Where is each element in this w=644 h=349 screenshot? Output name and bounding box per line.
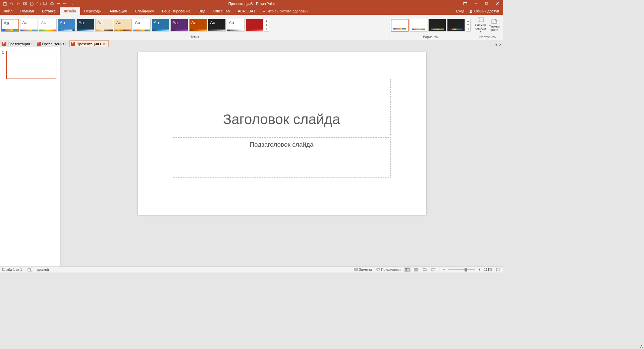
tab-слайд-шоу[interactable]: Слайд-шоу (131, 7, 158, 15)
svg-rect-32 (496, 269, 499, 271)
variant-item[interactable] (410, 19, 427, 32)
theme-item[interactable]: Aa (227, 19, 245, 32)
theme-item[interactable]: Aa (1, 19, 19, 32)
signin-link[interactable]: Вход (456, 9, 464, 13)
undo-icon[interactable] (9, 1, 15, 7)
theme-item[interactable]: Aa (39, 19, 57, 32)
zoom-out-button[interactable]: − (442, 268, 446, 271)
tab-главная[interactable]: Главная (16, 7, 38, 15)
slide-counter[interactable]: Слайд 1 из 1 (2, 268, 22, 271)
customize-group: Размер слайда ▼ Формат фона Настроить (472, 15, 503, 40)
powerpoint-icon (71, 42, 75, 46)
svg-point-13 (263, 10, 265, 12)
language-status[interactable]: русский (37, 268, 49, 271)
theme-item[interactable]: Aa (114, 19, 132, 32)
tab-рецензирование[interactable]: Рецензирование (158, 7, 195, 15)
svg-rect-25 (414, 268, 416, 269)
theme-item[interactable]: Aa (20, 19, 38, 32)
tab-анимация[interactable]: Анимация (105, 7, 131, 15)
svg-rect-29 (432, 268, 435, 271)
open-icon[interactable] (36, 1, 42, 7)
spellcheck-icon[interactable]: abc (62, 1, 68, 7)
slide-thumbnail-item[interactable]: 1 (2, 51, 58, 79)
comments-button[interactable]: Примечания (375, 268, 402, 271)
save-as-icon[interactable] (42, 1, 48, 7)
tell-me-search[interactable]: Что вы хотите сделать? (259, 7, 311, 15)
statusbar: Слайд 1 из 1 русский Заметки Примечания … (0, 266, 503, 272)
doctab-close-icon[interactable]: × (102, 42, 106, 46)
normal-view-icon[interactable] (404, 267, 411, 272)
themes-group: AaAaAaAaAaAaAaAaAaAaAaAaAaAa▲▼▾ Темы (0, 15, 389, 40)
variants-gallery-more[interactable]: ▲▼▾ (466, 19, 471, 32)
tab-вид[interactable]: Вид (195, 7, 209, 15)
spellcheck-status[interactable] (26, 268, 33, 271)
dropdown-icon: ▼ (480, 31, 482, 33)
tab-переходы[interactable]: Переходы (80, 7, 106, 15)
tab-acrobat[interactable]: ACROBAT (234, 7, 259, 15)
theme-item[interactable]: Aa (246, 19, 263, 32)
print-preview-icon[interactable] (49, 1, 55, 7)
save-icon[interactable] (2, 1, 8, 7)
theme-item[interactable]: Aa (133, 19, 151, 32)
zoom-slider[interactable] (448, 269, 475, 270)
ribbon-display-icon[interactable] (460, 1, 470, 7)
doctab[interactable]: Презентация2 (35, 40, 70, 47)
title-placeholder[interactable]: Заголовок слайда (173, 79, 391, 135)
slide-size-button[interactable]: Размер слайда ▼ (474, 16, 487, 34)
slide-number: 1 (2, 51, 5, 79)
quick-access-toolbar: abc (0, 1, 75, 7)
slide-thumbnail[interactable] (6, 51, 56, 79)
minimize-icon[interactable] (471, 1, 481, 7)
themes-gallery-more[interactable]: ▲▼▾ (264, 19, 269, 32)
svg-rect-1 (4, 2, 6, 3)
slide-sorter-view-icon[interactable] (413, 267, 419, 272)
powerpoint-icon (37, 42, 41, 46)
person-icon (469, 9, 473, 13)
close-icon[interactable] (492, 1, 502, 7)
svg-rect-24 (407, 268, 409, 271)
slide-editor[interactable]: Заголовок слайда Подзаголовок слайда (61, 47, 503, 266)
doctab[interactable]: Презентация3× (69, 40, 109, 47)
format-background-button[interactable]: Формат фона (488, 18, 501, 33)
theme-item[interactable]: Aa (189, 19, 207, 32)
zoom-slider-thumb[interactable] (465, 268, 467, 271)
window-controls (460, 1, 503, 7)
slideshow-view-icon[interactable] (430, 267, 437, 272)
reading-view-icon[interactable] (421, 267, 428, 272)
redo-icon[interactable] (15, 1, 21, 7)
theme-item[interactable]: Aa (76, 19, 94, 32)
doctab[interactable]: Презентация1 (1, 40, 35, 47)
notes-button[interactable]: Заметки (353, 268, 373, 271)
slideshow-icon[interactable] (22, 1, 28, 7)
comments-icon (376, 268, 380, 271)
theme-item[interactable]: Aa (95, 19, 113, 32)
tab-вставка[interactable]: Вставка (38, 7, 60, 15)
doctabs-dropdown-icon[interactable]: ▾ (495, 43, 497, 47)
variants-group: ▲▼▾ Варианты (389, 15, 472, 40)
slide-canvas[interactable]: Заголовок слайда Подзаголовок слайда (138, 52, 426, 215)
slide-size-icon (477, 17, 484, 23)
theme-item[interactable]: Aa (152, 19, 169, 32)
theme-item[interactable]: Aa (170, 19, 188, 32)
zoom-level[interactable]: 111% (484, 268, 492, 271)
doctabs-close-icon[interactable]: ✕ (499, 43, 502, 47)
variant-item[interactable] (428, 19, 446, 32)
share-button[interactable]: Общий доступ (467, 7, 501, 15)
fit-to-window-icon[interactable] (494, 268, 501, 271)
qat-more-icon[interactable] (69, 1, 75, 7)
variant-item[interactable] (447, 19, 465, 32)
themes-label: Темы (0, 35, 389, 40)
variant-item[interactable] (391, 19, 409, 32)
svg-rect-11 (485, 2, 487, 4)
theme-item[interactable]: Aa (58, 19, 75, 32)
maximize-icon[interactable] (482, 1, 492, 7)
tab-дизайн[interactable]: Дизайн (60, 7, 80, 15)
zoom-in-button[interactable]: + (477, 268, 482, 271)
svg-rect-5 (51, 2, 53, 3)
new-file-icon[interactable] (29, 1, 35, 7)
tab-file[interactable]: Файл (0, 7, 16, 15)
theme-item[interactable]: Aa (208, 19, 226, 32)
subtitle-placeholder[interactable]: Подзаголовок слайда (173, 137, 391, 178)
quick-print-icon[interactable] (56, 1, 62, 7)
tab-office tab[interactable]: Office Tab (209, 7, 234, 15)
